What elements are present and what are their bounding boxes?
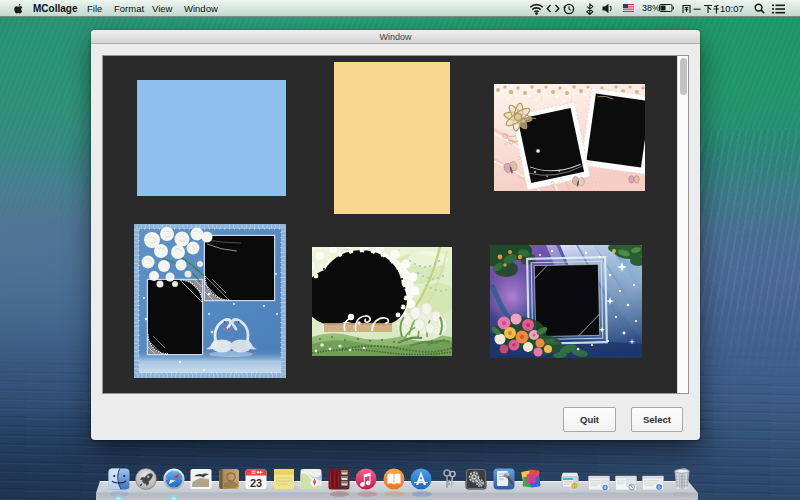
svg-text:23: 23 [250, 477, 262, 489]
